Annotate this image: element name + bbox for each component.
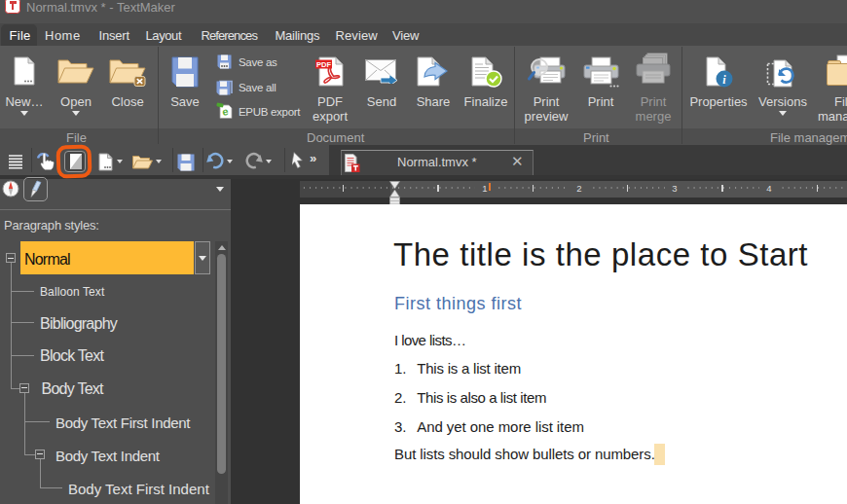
svg-text:PDF: PDF — [316, 60, 331, 69]
